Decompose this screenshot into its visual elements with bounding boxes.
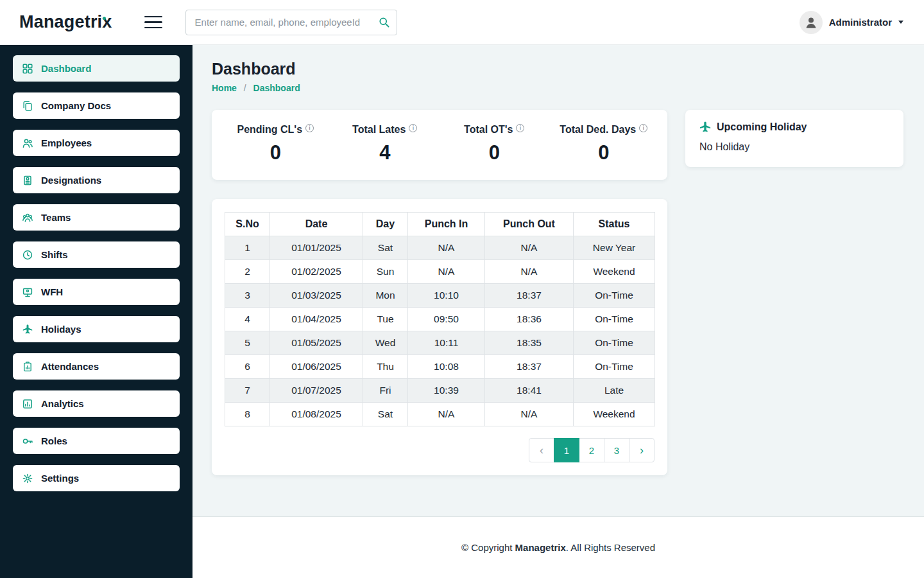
table-cell: N/A — [485, 260, 574, 284]
table-cell: Sun — [363, 260, 408, 284]
table-cell: N/A — [485, 236, 574, 260]
table-row: 6 01/06/2025 Thu 10:08 18:37 On-Time — [225, 355, 655, 379]
table-cell: 09:50 — [408, 308, 485, 331]
table-row: 4 01/04/2025 Tue 09:50 18:36 On-Time — [225, 308, 655, 331]
stat-label: Total OT'si — [440, 124, 549, 136]
table-row: 7 01/07/2025 Fri 10:39 18:41 Late — [225, 379, 655, 403]
sidebar-item-employees[interactable]: Employees — [13, 130, 180, 156]
search-input[interactable] — [185, 10, 397, 35]
sidebar-item-dashboard[interactable]: Dashboard — [13, 55, 180, 82]
sidebar-item-shifts[interactable]: Shifts — [13, 241, 180, 268]
logo: Managetrix — [19, 12, 112, 32]
table-cell: Wed — [363, 331, 408, 355]
breadcrumb: Home / Dashboard — [212, 83, 903, 93]
sidebar-item-roles[interactable]: Roles — [13, 428, 180, 454]
sidebar-item-label: Teams — [41, 212, 71, 223]
sidebar-item-label: Company Docs — [41, 100, 111, 111]
table-cell: 18:37 — [485, 284, 574, 308]
plane-icon — [699, 121, 711, 133]
table-cell: Mon — [363, 284, 408, 308]
page-title: Dashboard — [212, 60, 903, 78]
table-cell: 01/01/2025 — [270, 236, 363, 260]
sidebar-item-label: WFH — [41, 286, 63, 297]
stat-total-lates: Total Latesi 4 — [330, 124, 440, 164]
breadcrumb-current: Dashboard — [253, 83, 300, 93]
user-menu[interactable]: Administrator — [800, 11, 903, 34]
table-row: 1 01/01/2025 Sat N/A N/A New Year — [225, 236, 655, 260]
table-cell: 4 — [225, 308, 270, 331]
stat-pending-cls: Pending CL'si 0 — [221, 124, 330, 164]
table-header-cell: Status — [574, 213, 655, 236]
attendance-table: S.No Date Day Punch In Punch Out Status … — [225, 212, 655, 426]
sidebar-item-company-docs[interactable]: Company Docs — [13, 92, 180, 119]
holiday-card-header: Upcoming Holiday — [699, 121, 889, 133]
table-cell: New Year — [574, 236, 655, 260]
table-cell: On-Time — [574, 355, 655, 379]
table-cell: Fri — [363, 379, 408, 403]
main-content: Dashboard Home / Dashboard Pending CL'si… — [193, 45, 924, 578]
logo-text: Managetrix — [19, 12, 112, 31]
table-cell: 01/03/2025 — [270, 284, 363, 308]
sidebar-item-label: Analytics — [41, 398, 84, 409]
copyright-text: © Copyright Managetrix. All Rights Reser… — [461, 542, 655, 553]
table-header-cell: Date — [270, 213, 363, 236]
sidebar-item-label: Settings — [41, 473, 79, 484]
table-header-row: S.No Date Day Punch In Punch Out Status — [225, 213, 655, 236]
table-cell: 1 — [225, 236, 270, 260]
sidebar-item-label: Attendances — [41, 361, 99, 372]
table-cell: Late — [574, 379, 655, 403]
table-cell: 18:35 — [485, 331, 574, 355]
pagination-next[interactable]: › — [629, 438, 654, 462]
table-cell: N/A — [408, 403, 485, 426]
stat-total-ots: Total OT'si 0 — [440, 124, 549, 164]
holiday-card-text: No Holiday — [699, 141, 889, 153]
table-cell: Weekend — [574, 403, 655, 426]
table-cell: 10:10 — [408, 284, 485, 308]
sidebar-item-teams[interactable]: Teams — [13, 204, 180, 231]
sidebar-item-attendances[interactable]: Attendances — [13, 353, 180, 380]
sidebar-nav: Dashboard Company Docs Employees Designa… — [13, 55, 180, 491]
sidebar-item-label: Holidays — [41, 324, 81, 335]
sidebar-item-settings[interactable]: Settings — [13, 465, 180, 491]
info-icon[interactable]: i — [409, 124, 417, 132]
sidebar-item-analytics[interactable]: Analytics — [13, 390, 180, 417]
pagination-prev[interactable]: ‹ — [529, 438, 554, 462]
stat-label: Total Latesi — [330, 124, 440, 136]
info-icon[interactable]: i — [639, 124, 647, 132]
sidebar-item-holidays[interactable]: Holidays — [13, 316, 180, 342]
pagination-page-2[interactable]: 2 — [579, 438, 604, 462]
sidebar-item-wfh[interactable]: WFH — [13, 279, 180, 305]
sidebar-item-label: Shifts — [41, 249, 68, 260]
table-cell: 01/07/2025 — [270, 379, 363, 403]
table-cell: On-Time — [574, 331, 655, 355]
table-cell: 5 — [225, 331, 270, 355]
info-icon[interactable]: i — [516, 124, 524, 132]
table-cell: 01/06/2025 — [270, 355, 363, 379]
search-icon[interactable] — [379, 17, 389, 28]
table-cell: Sat — [363, 403, 408, 426]
avatar[interactable] — [800, 11, 823, 34]
table-cell: 8 — [225, 403, 270, 426]
breadcrumb-separator: / — [244, 83, 246, 93]
table-cell: Sat — [363, 236, 408, 260]
table-cell: On-Time — [574, 284, 655, 308]
table-cell: 3 — [225, 284, 270, 308]
pagination-page-1[interactable]: 1 — [554, 438, 579, 462]
breadcrumb-home-link[interactable]: Home — [212, 83, 237, 93]
stat-value: 0 — [549, 141, 659, 164]
sidebar-item-designations[interactable]: Designations — [13, 167, 180, 193]
table-cell: 6 — [225, 355, 270, 379]
info-icon[interactable]: i — [305, 124, 314, 132]
hamburger-menu-icon[interactable] — [144, 16, 162, 29]
table-cell: 01/05/2025 — [270, 331, 363, 355]
pagination-page-3[interactable]: 3 — [604, 438, 629, 462]
table-row: 5 01/05/2025 Wed 10:11 18:35 On-Time — [225, 331, 655, 355]
footer-brand: Managetrix — [515, 542, 566, 553]
logo-accent-dot — [103, 17, 106, 20]
search-box — [185, 10, 397, 35]
table-cell: N/A — [408, 260, 485, 284]
table-header-cell: S.No — [225, 213, 270, 236]
table-cell: 10:08 — [408, 355, 485, 379]
table-cell: 18:37 — [485, 355, 574, 379]
stat-total-ded-days: Total Ded. Daysi 0 — [549, 124, 659, 164]
